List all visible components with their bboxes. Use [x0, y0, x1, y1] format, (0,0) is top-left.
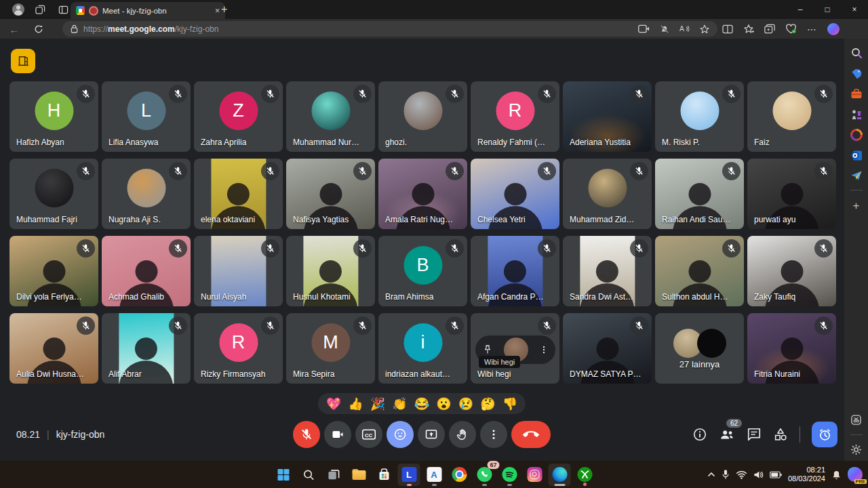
camera-permission-icon[interactable] [638, 24, 650, 33]
participant-tile[interactable]: RRizky Firmansyah [194, 313, 283, 384]
reaction-emoji[interactable]: 💖 [326, 396, 341, 411]
read-aloud-icon[interactable]: A [679, 24, 690, 33]
reaction-emoji[interactable]: 🎉 [370, 396, 385, 411]
participant-tile[interactable]: DYMAZ SATYA P… [563, 313, 652, 384]
back-button[interactable]: ← [7, 22, 22, 37]
participant-tile[interactable]: Fitria Nuraini [747, 313, 836, 384]
participant-tile[interactable]: Faiz [747, 81, 836, 152]
volume-icon[interactable] [753, 470, 764, 479]
new-tab-button[interactable]: + [221, 4, 227, 15]
participant-tile[interactable]: iindriazan alkaut… [378, 313, 467, 384]
sidebar-search-icon[interactable] [850, 47, 863, 59]
browser-profile-avatar[interactable] [12, 3, 24, 16]
participant-tile[interactable]: Sandra Dwi Ast… [563, 236, 652, 306]
web-capture-icon[interactable] [850, 414, 862, 426]
reaction-emoji[interactable]: 😢 [458, 396, 473, 411]
participant-tile[interactable]: Wibi hegiWibi hegi [471, 313, 559, 384]
participant-tile[interactable]: Achmad Ghalib [102, 236, 191, 306]
sidebar-add-icon[interactable]: + [853, 199, 860, 213]
sidebar-outlook-icon[interactable] [850, 150, 863, 161]
file-explorer-icon[interactable] [348, 464, 370, 486]
participant-tile[interactable]: Sulthon abdul H… [655, 236, 744, 306]
participant-tile[interactable]: Dilvi yola Ferlya… [9, 236, 98, 306]
camera-toggle-button[interactable] [324, 421, 351, 448]
participant-tile[interactable]: Chelsea Yetri [471, 159, 559, 229]
notifications-blocked-icon[interactable] [660, 24, 669, 34]
favorites-icon[interactable] [743, 24, 754, 34]
wifi-icon[interactable] [736, 470, 747, 479]
present-screen-button[interactable] [418, 421, 445, 448]
activities-icon[interactable] [773, 427, 788, 442]
xbox-icon[interactable] [574, 464, 596, 486]
participant-tile[interactable]: Raihan Andi Sau… [655, 159, 744, 229]
tab-actions-icon[interactable] [34, 3, 46, 16]
vertical-tabs-icon[interactable] [57, 3, 69, 16]
participant-tile[interactable]: LLifia Anasywa [102, 81, 191, 152]
participant-tile[interactable]: Nugraha Aji S. [102, 159, 191, 229]
participant-tile[interactable]: purwati ayu [747, 159, 836, 229]
microsoft-store-icon[interactable] [373, 464, 395, 486]
copilot-icon[interactable] [827, 23, 840, 35]
participant-tile[interactable]: Muhammad Nur… [286, 81, 375, 152]
battery-icon[interactable] [770, 471, 782, 479]
participant-tile[interactable]: BBram Ahimsa [378, 236, 467, 306]
app-l-icon[interactable]: L [398, 464, 420, 486]
participant-tile[interactable]: Afgan Candra P… [471, 236, 559, 306]
app-a-icon[interactable]: A [423, 464, 446, 486]
participant-tile[interactable]: Amala Ratri Nug… [378, 159, 467, 229]
reaction-emoji[interactable]: 👎 [502, 396, 517, 411]
participant-tile[interactable]: 27 lainnya [655, 313, 744, 384]
sidebar-games-icon[interactable] [850, 108, 863, 120]
sidebar-shopping-icon[interactable] [850, 68, 863, 80]
participant-tile[interactable]: Nurul Aisyah [194, 236, 283, 306]
reaction-emoji[interactable]: 👏 [392, 396, 407, 411]
captions-button[interactable]: CC [355, 421, 382, 448]
browser-tab[interactable]: Meet - kjy-fzig-obn × [71, 2, 225, 19]
pin-button[interactable] [482, 344, 493, 355]
spotify-icon[interactable] [498, 464, 521, 486]
instagram-icon[interactable] [524, 464, 546, 486]
chat-panel-icon[interactable] [747, 427, 762, 442]
reaction-emoji[interactable]: 😂 [414, 396, 429, 411]
participant-tile[interactable]: ghozi. [378, 81, 467, 152]
favorite-star-icon[interactable] [700, 24, 709, 34]
browser-essentials-icon[interactable] [785, 24, 797, 34]
settings-more-icon[interactable]: ⋯ [807, 24, 817, 35]
timer-extension-button[interactable] [812, 422, 837, 447]
people-panel-icon[interactable]: 62 [719, 427, 735, 442]
more-options-button[interactable] [480, 421, 507, 448]
chrome-icon[interactable] [448, 464, 471, 486]
participant-tile[interactable]: Alif Abrar [102, 313, 191, 384]
participant-tile[interactable]: Muhammad Fajri [9, 159, 98, 229]
address-bar[interactable]: https://meet.google.com/kjy-fzig-obn A [62, 21, 717, 37]
attendance-extension-button[interactable] [11, 49, 35, 73]
split-screen-icon[interactable] [722, 24, 733, 34]
mic-toggle-button[interactable] [293, 421, 320, 448]
start-button[interactable] [273, 464, 295, 486]
notification-bell-icon[interactable] [831, 469, 842, 480]
reaction-emoji[interactable]: 🤔 [480, 396, 495, 411]
reactions-button[interactable] [387, 421, 414, 448]
taskbar-search-icon[interactable] [298, 464, 320, 486]
copilot-taskbar-icon[interactable]: PRE [848, 467, 863, 482]
edge-icon[interactable] [549, 464, 571, 486]
participant-tile[interactable]: Husnul Khotami [286, 236, 375, 306]
task-view-icon[interactable] [323, 464, 345, 486]
whatsapp-icon[interactable]: 67 [473, 464, 496, 486]
participant-tile[interactable]: Muhammad Zid… [563, 159, 652, 229]
participant-tile[interactable]: Aulia Dwi Husna… [9, 313, 98, 384]
participant-tile[interactable]: MMira Sepira [286, 313, 375, 384]
participant-tile[interactable]: Aderiana Yustitia [563, 81, 652, 152]
sidebar-drop-icon[interactable] [850, 170, 863, 181]
tile-more-button[interactable] [539, 344, 549, 355]
tray-clock[interactable]: 08:21 08/03/2024 [788, 466, 825, 483]
sidebar-toolbox-icon[interactable] [850, 89, 863, 100]
sidebar-settings-gear-icon[interactable] [850, 444, 862, 455]
reaction-emoji[interactable]: 👍 [348, 396, 363, 411]
close-window-button[interactable]: × [841, 0, 868, 19]
participant-tile[interactable]: elena oktaviani [194, 159, 283, 229]
refresh-button[interactable] [31, 22, 46, 37]
participant-tile[interactable]: ZZahra Aprilia [194, 81, 283, 152]
maximize-button[interactable]: □ [814, 0, 841, 19]
reaction-emoji[interactable]: 😮 [436, 396, 451, 411]
